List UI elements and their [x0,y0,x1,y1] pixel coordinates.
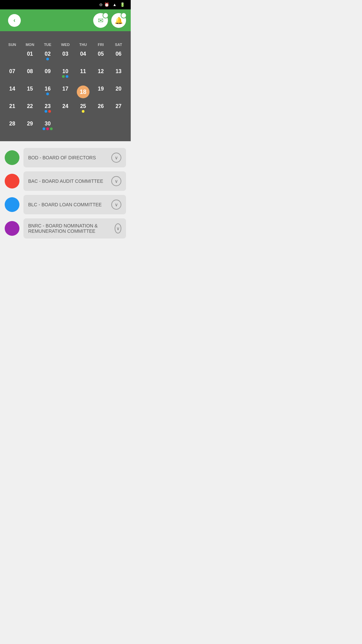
event-dots [62,75,68,78]
calendar-day-27[interactable]: 27 [110,101,127,118]
legend-color-dot-2 [5,197,19,212]
calendar-day-29[interactable]: 29 [21,118,39,136]
legend-item-1: BAC - BOARD AUDIT COMMITTEE∨ [5,171,126,191]
day-number: 26 [98,103,104,109]
battery-icon: 🔋 [120,2,125,7]
red-event-dot [48,110,51,113]
calendar-day-08[interactable]: 08 [21,66,39,84]
calendar-day-28[interactable]: 28 [3,118,21,136]
day-number: 21 [9,103,15,109]
day-number: 29 [27,120,33,127]
event-dots [82,110,84,113]
day-number: 20 [116,86,122,92]
bell-button[interactable]: 🔔 [111,13,126,28]
calendar-day-04[interactable]: 04 [74,49,92,66]
status-bar: ⊖ ⏰ ▲ 🔋 [0,0,131,9]
calendar-day-03[interactable]: 03 [57,49,74,66]
day-number: 22 [27,103,33,109]
legend-label-box-1[interactable]: BAC - BOARD AUDIT COMMITTEE∨ [23,171,126,191]
calendar-day-12[interactable]: 12 [92,66,110,84]
calendar-day-07[interactable]: 07 [3,66,21,84]
calendar-day-06[interactable]: 06 [110,49,127,66]
message-button[interactable]: ✉ [93,13,108,28]
calendar-day-18[interactable]: 18 [74,84,92,101]
calendar-day-11[interactable]: 11 [74,66,92,84]
calendar-grid: 0102030405060708091011121314151617181920… [3,49,127,136]
day-header-tue: TUE [39,41,57,49]
calendar-day-19[interactable]: 19 [92,84,110,101]
day-number: 02 [45,51,51,57]
day-number: 01 [27,51,33,57]
message-badge [103,12,109,18]
day-number: 10 [62,68,68,74]
legend-label-box-2[interactable]: BLC - BOARD LOAN COMMITTEE∨ [23,195,126,214]
day-number: 24 [62,103,68,109]
blue-event-dot [46,93,49,95]
day-header-mon: MON [21,41,39,49]
legend-item-3: BNRC - BOARD NOMINATION & REMUNERATION C… [5,218,126,238]
calendar-day-25[interactable]: 25 [74,101,92,118]
day-number: 28 [9,120,15,127]
calendar-day-01[interactable]: 01 [21,49,39,66]
status-icons: ⊖ ⏰ ▲ 🔋 [99,2,127,7]
day-number: 27 [116,103,122,109]
day-number: 04 [80,51,86,57]
message-icon: ✉ [98,16,104,24]
blue-event-dot [45,110,47,113]
day-number: 13 [116,68,122,74]
calendar-day-30[interactable]: 30 [39,118,57,136]
legend-item-0: BOD - BOARD OF DIRECTORS∨ [5,148,126,167]
calendar-day-empty-4-3 [57,118,74,136]
calendar-day-13[interactable]: 13 [110,66,127,84]
calendar-day-21[interactable]: 21 [3,101,21,118]
legend-chevron-3[interactable]: ∨ [115,223,121,233]
calendar-day-23[interactable]: 23 [39,101,57,118]
day-number: 11 [80,68,86,74]
calendar-day-24[interactable]: 24 [57,101,74,118]
day-number: 16 [45,86,51,92]
calendar-day-10[interactable]: 10 [57,66,74,84]
header-actions: ✉ 🔔 [93,13,126,28]
alarm-icon: ⏰ [104,2,109,7]
calendar-day-26[interactable]: 26 [92,101,110,118]
legend-chevron-2[interactable]: ∨ [111,200,121,210]
day-number: 03 [62,51,68,57]
day-number: 17 [62,86,68,92]
legend-label-box-3[interactable]: BNRC - BOARD NOMINATION & REMUNERATION C… [23,218,126,238]
calendar-day-22[interactable]: 22 [21,101,39,118]
day-number: 30 [45,120,51,127]
calendar-day-16[interactable]: 16 [39,84,57,101]
calendar-day-02[interactable]: 02 [39,49,57,66]
calendar-day-empty-0-0 [3,49,21,66]
today-highlight: 18 [77,86,89,98]
event-dots [46,58,49,60]
day-number: 05 [98,51,104,57]
day-header-thu: THU [74,41,92,49]
legend-chevron-1[interactable]: ∨ [111,176,121,186]
back-icon: ‹ [13,17,15,24]
legend-label-box-0[interactable]: BOD - BOARD OF DIRECTORS∨ [23,148,126,167]
calendar-day-empty-4-4 [74,118,92,136]
blue-event-dot [66,75,68,78]
legend-color-dot-0 [5,150,19,165]
legend-label-text-3: BNRC - BOARD NOMINATION & REMUNERATION C… [28,223,115,234]
legend-item-2: BLC - BOARD LOAN COMMITTEE∨ [5,195,126,214]
day-number: 12 [98,68,104,74]
calendar-day-17[interactable]: 17 [57,84,74,101]
day-header-fri: FRI [92,41,110,49]
pink-event-dot [46,127,49,130]
legend-label-text-0: BOD - BOARD OF DIRECTORS [28,155,96,160]
calendar-day-05[interactable]: 05 [92,49,110,66]
legend-chevron-0[interactable]: ∨ [111,153,121,163]
green-event-dot [50,127,53,130]
day-number: 07 [9,68,15,74]
signal-icon: ▲ [113,2,117,7]
day-number: 08 [27,68,33,74]
legend-section: BOD - BOARD OF DIRECTORS∨BAC - BOARD AUD… [0,141,131,249]
calendar-day-20[interactable]: 20 [110,84,127,101]
calendar-day-15[interactable]: 15 [21,84,39,101]
calendar-day-09[interactable]: 09 [39,66,57,84]
calendar-day-14[interactable]: 14 [3,84,21,101]
legend-label-text-2: BLC - BOARD LOAN COMMITTEE [28,202,102,207]
back-button[interactable]: ‹ [8,14,21,27]
